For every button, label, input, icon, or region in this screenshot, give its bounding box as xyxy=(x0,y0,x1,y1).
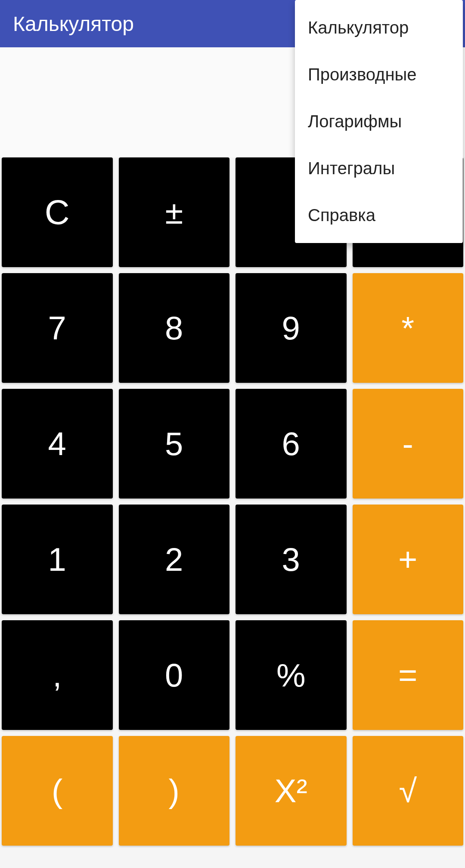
sqrt-button[interactable]: √ xyxy=(353,736,464,846)
digit-5-button[interactable]: 5 xyxy=(119,389,230,499)
add-button[interactable]: + xyxy=(353,505,464,614)
calculator-keypad: C ± 7 8 9 * 4 5 6 - 1 2 3 + , 0 % = ( ) … xyxy=(0,157,465,846)
subtract-button[interactable]: - xyxy=(353,389,464,499)
percent-button[interactable]: % xyxy=(236,620,347,730)
digit-8-button[interactable]: 8 xyxy=(119,273,230,383)
clear-button[interactable]: C xyxy=(2,157,113,267)
digit-0-button[interactable]: 0 xyxy=(119,620,230,730)
menu-item-calculator[interactable]: Калькулятор xyxy=(295,4,463,51)
equals-button[interactable]: = xyxy=(353,620,464,730)
menu-item-help[interactable]: Справка xyxy=(295,192,463,239)
digit-6-button[interactable]: 6 xyxy=(236,389,347,499)
digit-7-button[interactable]: 7 xyxy=(2,273,113,383)
app-title: Калькулятор xyxy=(13,12,134,36)
digit-2-button[interactable]: 2 xyxy=(119,505,230,614)
menu-item-integrals[interactable]: Интегралы xyxy=(295,145,463,192)
square-button[interactable]: X² xyxy=(236,736,347,846)
multiply-button[interactable]: * xyxy=(353,273,464,383)
digit-9-button[interactable]: 9 xyxy=(236,273,347,383)
digit-1-button[interactable]: 1 xyxy=(2,505,113,614)
menu-item-derivatives[interactable]: Производные xyxy=(295,51,463,98)
decimal-button[interactable]: , xyxy=(2,620,113,730)
digit-4-button[interactable]: 4 xyxy=(2,389,113,499)
overflow-menu: Калькулятор Производные Логарифмы Интегр… xyxy=(295,0,463,243)
left-paren-button[interactable]: ( xyxy=(2,736,113,846)
digit-3-button[interactable]: 3 xyxy=(236,505,347,614)
plusminus-button[interactable]: ± xyxy=(119,157,230,267)
right-paren-button[interactable]: ) xyxy=(119,736,230,846)
menu-item-logarithms[interactable]: Логарифмы xyxy=(295,98,463,145)
